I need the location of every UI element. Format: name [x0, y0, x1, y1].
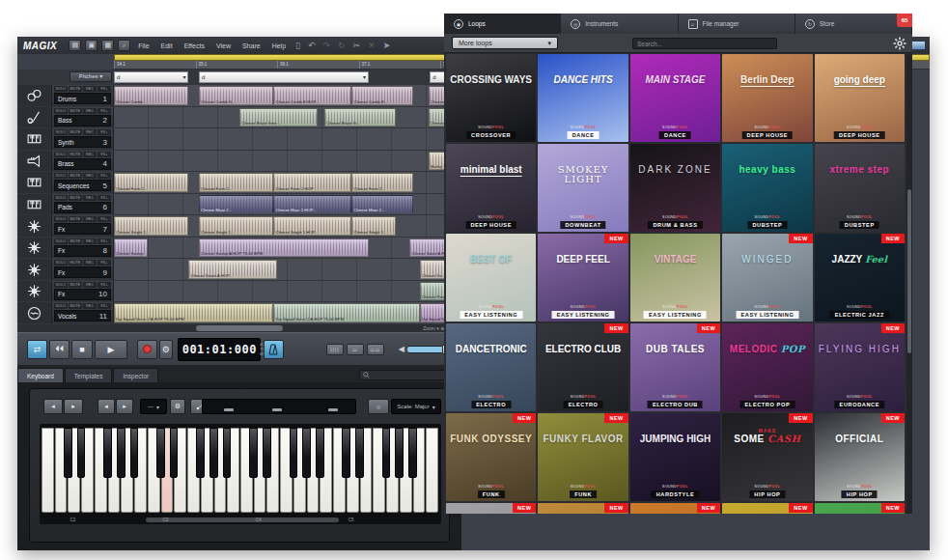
track-rec-button[interactable]: REC [83, 260, 97, 266]
browser-settings-gear-icon[interactable] [893, 37, 906, 50]
track-lane[interactable]: Dip Squad Verse 2 A.HOP 75.00 BPMDip Squ… [114, 302, 454, 323]
loop-pack-tile-winged[interactable]: WINGEDSOUNDPOOLEASY LISTENINGNEW [722, 234, 812, 322]
panel-search-input[interactable]: ✕ [359, 370, 452, 380]
clip[interactable]: Cheeze Combi G... [199, 86, 273, 105]
loop-pack-tile-smokey-light[interactable]: SMOKEY LIGHTSOUNDPOOLDOWNBEAT [538, 144, 627, 232]
metronome-button[interactable] [264, 340, 284, 359]
loop-pack-tile-jazzy[interactable]: JAZZY FeelSOUNDPOOLELECTRIC JAZZNEW [815, 234, 905, 322]
piano-key-black[interactable] [117, 428, 125, 478]
track-name-box[interactable]: Fx10 [54, 289, 111, 300]
zoom-search-icon[interactable]: ⌕ [118, 40, 130, 51]
piano-key-black[interactable] [64, 428, 72, 478]
loop-pack-tile-main-stage[interactable]: MAIN STAGESOUNDPOOLDANCE [630, 54, 720, 142]
hscroll-thumb[interactable] [196, 325, 283, 331]
loop-pack-tile-flying-high[interactable]: FLYING HIGHSOUNDPOOLEURODANCENEW [815, 323, 905, 411]
tab-store[interactable]: ↻Store [795, 14, 912, 34]
track-mute-button[interactable]: MUTE [69, 195, 82, 201]
track-rec-button[interactable]: REC [83, 129, 97, 135]
grid-mode-1-button[interactable]: |||| [326, 344, 344, 355]
loop-pack-tile-xtreme-step[interactable]: xtreme stepSOUNDPOOLDUBSTEP [815, 144, 905, 232]
clip[interactable]: Cheeze Down A.HOP... [188, 260, 277, 279]
keys-icon[interactable] [17, 128, 52, 150]
loop-pack-tile-going-deep[interactable]: going deepSOUNDPOOLDEEP HOUSE [815, 54, 905, 142]
track-name-box[interactable]: Fx7 [54, 223, 111, 235]
track-name-box[interactable]: Bass2 [54, 115, 111, 126]
browser-search-input[interactable]: Search... [632, 38, 777, 49]
clip[interactable]: Cheeze Combi E.HOP... [273, 86, 351, 105]
keys-icon[interactable] [17, 172, 52, 193]
track-lane[interactable]: Cheeze Sweep ...Cheeze Sweep A.HOP 75.00… [114, 238, 454, 259]
track-solo-button[interactable]: SOLO [54, 86, 68, 92]
octave-up-button[interactable]: ▸ [64, 399, 83, 414]
scale-toggle-button[interactable]: ○ [368, 399, 389, 414]
piano-key-black[interactable] [156, 428, 165, 478]
track-fx-button[interactable]: FX+ [98, 238, 111, 244]
loop-pack-tile-funk-odyssey[interactable]: FUNK ODYSSEYSOUNDPOOLFUNKNEW [446, 413, 536, 501]
track-fx-button[interactable]: FX+ [98, 86, 111, 92]
shift-left-button[interactable]: ◂ [98, 399, 115, 414]
fx-icon[interactable] [17, 259, 52, 280]
record-settings-button[interactable]: ⚙ [159, 340, 173, 359]
track-fx-button[interactable]: FX+ [98, 282, 111, 288]
clip[interactable]: Cheeze Form 2.HOP ... [273, 173, 351, 192]
octave-down-button[interactable]: ◂ [43, 399, 63, 414]
piano-key-black[interactable] [103, 428, 112, 478]
menu-edit[interactable]: Edit [161, 42, 173, 49]
menu-share[interactable]: Share [242, 42, 261, 49]
loop-pack-tile[interactable]: NEW [630, 503, 720, 514]
track-solo-button[interactable]: SOLO [54, 129, 68, 135]
loop-pack-tile-melodic[interactable]: MELODIC POPSOUNDPOOLELECTRO POP [722, 323, 812, 411]
loop-pack-tile-berlin-deep[interactable]: Berlin DeepSOUNDPOOLDEEP HOUSE [722, 54, 812, 142]
track-solo-button[interactable]: SOLO [54, 238, 68, 244]
track-mute-button[interactable]: MUTE [69, 86, 82, 92]
track-solo-button[interactable]: SOLO [54, 260, 68, 266]
track-solo-button[interactable]: SOLO [54, 282, 68, 288]
track-mute-button[interactable]: MUTE [69, 108, 82, 114]
loop-pack-tile-best-of[interactable]: BEST OFSOUNDPOOLEASY LISTENING [446, 234, 536, 322]
piano-key-black[interactable] [170, 428, 179, 478]
browser-scrollbar[interactable] [906, 54, 912, 514]
loop-pack-tile-heavy-bass[interactable]: heavy bassSOUNDPOOLDUBSTEP [722, 144, 812, 232]
loop-pack-tile-dark-zone[interactable]: DARK ZONESOUNDPOOLDRUM & BASS [630, 144, 720, 232]
clip[interactable]: Cheeze Sweep A.HOP 75.00 BPM [199, 238, 369, 258]
loop-pack-tile-dancetronic[interactable]: DANCETRONICSOUNDPOOLELECTRO [446, 323, 536, 411]
track-lane[interactable]: Cheeze Maar 2...Cheeze Maar 2.HOP...Chee… [114, 194, 454, 215]
mini-slider-1[interactable] [224, 408, 234, 411]
mini-slider-3[interactable] [328, 408, 338, 411]
play-button[interactable]: ▶ [95, 340, 128, 359]
piano-key-black[interactable] [263, 428, 271, 478]
track-name-box[interactable]: Fx9 [54, 266, 111, 278]
clip[interactable]: Cheeze Form 2... [199, 173, 273, 192]
keyboard-preset-display[interactable]: — ▾ [140, 399, 167, 414]
track-rec-button[interactable]: REC [83, 303, 97, 309]
piano-key-black[interactable] [290, 428, 298, 478]
shift-right-button[interactable]: ▸ [116, 399, 133, 414]
fx-icon[interactable] [17, 238, 52, 259]
grid-mode-2-button[interactable]: ▭ [347, 344, 364, 355]
scissors-icon[interactable]: ✂ [353, 41, 361, 50]
piano-key-black[interactable] [223, 428, 232, 478]
loop-pack-tile-funky-flavor[interactable]: FUNKY FLAVORSOUNDPOOLFUNKNEW [538, 413, 627, 501]
track-solo-button[interactable]: SOLO [54, 173, 68, 179]
loop-pack-tile-electro-club[interactable]: ELECTRO CLUBSOUNDPOOLELECTRONEW [538, 323, 627, 411]
track-fx-button[interactable]: FX+ [98, 195, 111, 201]
track-rec-button[interactable]: REC [83, 195, 97, 201]
track-mute-button[interactable]: MUTE [69, 282, 82, 288]
clip[interactable]: Cheeze Combi ... [114, 86, 188, 105]
save-icon[interactable]: ▦ [101, 40, 114, 51]
menu-view[interactable]: View [216, 42, 231, 49]
track-mute-button[interactable]: MUTE [69, 303, 82, 309]
clip[interactable]: Cheeze Maar 2.HOP... [273, 195, 351, 214]
track-fx-button[interactable]: FX+ [98, 152, 111, 157]
tab-templates[interactable]: Templates [65, 368, 113, 382]
track-solo-button[interactable]: SOLO [54, 216, 68, 222]
track-mute-button[interactable]: MUTE [69, 260, 82, 266]
piano-key-white[interactable] [42, 428, 54, 513]
loop-pack-tile-some[interactable]: MAKESOME CASHSOUNDPOOLHIP HOPNEW [722, 413, 812, 501]
piano-key-black[interactable] [302, 428, 311, 478]
pitches-dropdown[interactable]: Pitches ▾ [70, 71, 112, 82]
track-fx-button[interactable]: FX+ [98, 303, 111, 309]
piano-key-black[interactable] [249, 428, 258, 478]
tab-instruments[interactable]: ◎Instruments [561, 14, 678, 34]
piano-key-black[interactable] [209, 428, 218, 478]
